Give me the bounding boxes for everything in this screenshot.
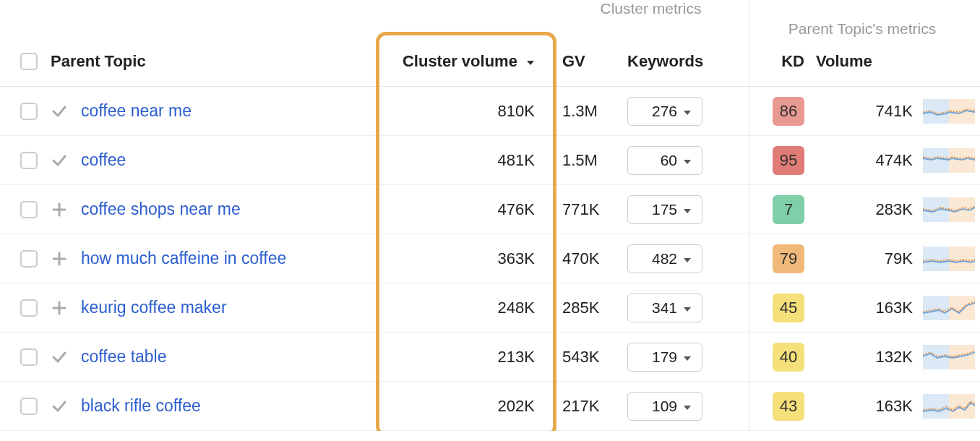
row-checkbox[interactable] — [20, 201, 38, 218]
divider — [749, 0, 749, 431]
row-checkbox[interactable] — [20, 250, 38, 267]
check-icon[interactable] — [51, 152, 68, 169]
kd-badge: 45 — [773, 294, 804, 322]
gv-value: 1.5M — [555, 151, 627, 170]
keywords-count: 175 — [652, 201, 677, 218]
keywords-dropdown[interactable]: 341 — [627, 294, 702, 322]
keywords-count: 60 — [661, 152, 677, 169]
keywords-count: 276 — [652, 103, 677, 120]
kd-badge: 7 — [773, 195, 804, 224]
table-row: black rifle coffee202K217K10943163K — [0, 382, 980, 431]
cluster-volume-value: 248K — [382, 299, 555, 317]
trend-sparkline — [920, 247, 978, 271]
parent-metrics-label: Parent Topic's metrics — [747, 20, 978, 40]
parent-topic-link[interactable]: how much caffeine in coffee — [81, 249, 286, 268]
svg-rect-7 — [949, 247, 975, 271]
row-checkbox[interactable] — [20, 348, 38, 366]
kd-badge: 95 — [773, 146, 804, 175]
volume-value: 132K — [812, 348, 920, 367]
plus-icon[interactable] — [51, 300, 68, 316]
row-checkbox[interactable] — [20, 152, 38, 169]
trend-sparkline — [920, 99, 978, 124]
keywords-dropdown[interactable]: 109 — [627, 392, 702, 421]
kd-badge: 86 — [773, 97, 804, 126]
trend-sparkline — [920, 148, 978, 173]
keywords-dropdown[interactable]: 276 — [627, 97, 702, 126]
parent-topic-link[interactable]: coffee near me — [81, 101, 192, 121]
trend-sparkline — [920, 345, 978, 369]
gv-value: 771K — [555, 200, 627, 219]
keywords-dropdown[interactable]: 175 — [627, 195, 702, 224]
header-keywords[interactable]: Keywords — [627, 52, 747, 71]
table-row: coffee481K1.5M6095474K — [0, 136, 980, 185]
parent-topic-link[interactable]: black rifle coffee — [81, 396, 201, 416]
row-checkbox[interactable] — [20, 299, 38, 317]
cluster-volume-value: 213K — [382, 348, 555, 367]
table-body: coffee near me810K1.3M27686741Kcoffee481… — [0, 87, 980, 431]
keywords-dropdown[interactable]: 60 — [627, 146, 702, 175]
table-row: coffee shops near me476K771K1757283K — [0, 185, 980, 234]
check-icon[interactable] — [51, 398, 68, 415]
header-parent-topic[interactable]: Parent Topic — [51, 52, 146, 71]
table-row: keurig coffee maker248K285K34145163K — [0, 283, 980, 333]
kd-badge: 79 — [773, 244, 804, 273]
keywords-count: 109 — [652, 398, 677, 415]
svg-rect-6 — [923, 247, 949, 271]
parent-topic-link[interactable]: coffee — [81, 150, 126, 170]
cluster-volume-value: 476K — [382, 200, 555, 219]
header-kd[interactable]: KD — [747, 52, 812, 71]
keywords-count: 179 — [652, 348, 677, 366]
table-row: coffee table213K543K17940132K — [0, 333, 980, 382]
svg-rect-8 — [923, 296, 949, 320]
parent-topic-link[interactable]: coffee shops near me — [81, 200, 241, 219]
sort-desc-icon — [526, 52, 535, 71]
svg-rect-3 — [949, 148, 975, 173]
header-cluster-volume[interactable]: Cluster volume — [382, 52, 555, 71]
parent-topic-link[interactable]: keurig coffee maker — [81, 298, 227, 317]
gv-value: 217K — [555, 397, 627, 416]
parent-topic-link[interactable]: coffee table — [81, 347, 167, 367]
table-row: how much caffeine in coffee363K470K48279… — [0, 234, 980, 283]
row-checkbox[interactable] — [20, 398, 38, 415]
volume-value: 283K — [812, 200, 920, 219]
chevron-down-icon — [683, 348, 692, 366]
cluster-volume-value: 810K — [382, 102, 555, 121]
gv-value: 470K — [555, 249, 627, 268]
gv-value: 285K — [555, 299, 627, 317]
table-header-row: Parent Topic Cluster volume GV Keywords … — [0, 36, 980, 87]
header-volume[interactable]: Volume — [812, 52, 920, 71]
trend-sparkline — [920, 296, 978, 320]
svg-rect-2 — [923, 148, 949, 173]
cluster-metrics-label: Cluster metrics — [555, 0, 747, 20]
chevron-down-icon — [683, 250, 692, 267]
select-all-checkbox[interactable] — [20, 53, 38, 70]
check-icon[interactable] — [51, 103, 68, 120]
keywords-dropdown[interactable]: 179 — [627, 343, 702, 372]
chevron-down-icon — [683, 398, 692, 415]
kd-badge: 40 — [773, 343, 804, 372]
volume-value: 163K — [812, 299, 920, 317]
check-icon[interactable] — [51, 348, 68, 366]
plus-icon[interactable] — [51, 251, 68, 267]
plus-icon[interactable] — [51, 202, 68, 218]
volume-value: 163K — [812, 397, 920, 416]
header-gv[interactable]: GV — [555, 52, 627, 71]
trend-sparkline — [920, 197, 978, 222]
table-row: coffee near me810K1.3M27686741K — [0, 87, 980, 136]
cluster-volume-value: 202K — [382, 397, 555, 416]
keywords-count: 341 — [652, 299, 677, 317]
kd-badge: 43 — [773, 392, 804, 421]
volume-value: 474K — [812, 151, 920, 170]
super-header-row: Cluster metrics Parent Topic's metrics — [0, 0, 980, 36]
cluster-volume-value: 363K — [382, 249, 555, 268]
svg-rect-12 — [923, 394, 949, 419]
chevron-down-icon — [683, 103, 692, 120]
gv-value: 543K — [555, 348, 627, 367]
gv-value: 1.3M — [555, 102, 627, 121]
keywords-count: 482 — [652, 250, 677, 267]
chevron-down-icon — [683, 152, 692, 169]
volume-value: 741K — [812, 102, 920, 121]
keywords-dropdown[interactable]: 482 — [627, 244, 702, 273]
row-checkbox[interactable] — [20, 103, 38, 120]
volume-value: 79K — [812, 249, 920, 268]
